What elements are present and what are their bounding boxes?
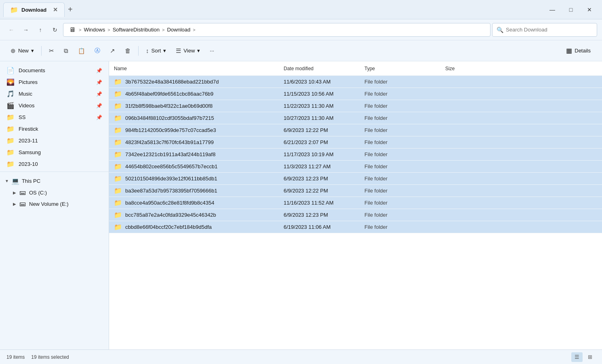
refresh-button[interactable]: ↻: [48, 23, 61, 36]
maximize-button[interactable]: □: [562, 3, 580, 16]
search-input[interactable]: [506, 27, 593, 33]
paste-button[interactable]: 📋: [74, 44, 89, 58]
file-name-cell: 📁 4b65f48abef09fde6561cbc86aac76b9: [109, 90, 279, 98]
grid-view-button[interactable]: ⊞: [584, 352, 596, 362]
file-name: 4b65f48abef09fde6561cbc86aac76b9: [125, 91, 213, 97]
new-volume-arrow: ▶: [13, 202, 16, 206]
minimize-button[interactable]: —: [543, 3, 562, 16]
navigation-bar: ← → ↑ ↻ 🖥 > Windows > SoftwareDistributi…: [0, 19, 602, 40]
videos-icon: 🎬: [6, 102, 15, 109]
os-c-icon: 🖴: [19, 189, 27, 196]
pin-icon-documents: 📌: [96, 68, 102, 73]
window-tab[interactable]: 📁 Download ✕: [3, 2, 65, 17]
os-c-label: OS (C:): [29, 190, 47, 196]
title-bar-left: 📁 Download ✕ +: [3, 2, 76, 17]
cut-button[interactable]: ✂: [45, 44, 58, 58]
copy-button[interactable]: ⧉: [60, 44, 72, 58]
table-row[interactable]: 📁 3b7675322e48a3841688ebad221bbd7d 11/6/…: [109, 76, 602, 88]
tab-close-button[interactable]: ✕: [53, 6, 58, 13]
sidebar-item-pictures[interactable]: 🌄 Pictures 📌: [0, 76, 109, 88]
sidebar-label-firestick: Firestick: [19, 126, 38, 132]
sidebar-item-documents[interactable]: 📄 Documents 📌: [0, 65, 109, 76]
sidebar-item-music[interactable]: 🎵 Music 📌: [0, 88, 109, 100]
sidebar-item-ss[interactable]: 📁 SS 📌: [0, 111, 109, 123]
table-row[interactable]: 📁 cbbd8e66f04bccf20c7ebf184b9d5dfa 6/19/…: [109, 221, 602, 233]
table-row[interactable]: 📁 4b65f48abef09fde6561cbc86aac76b9 11/15…: [109, 88, 602, 100]
pictures-icon: 🌄: [6, 78, 15, 86]
table-row[interactable]: 📁 096b3484f88102cdf3055bdaf97b7215 10/27…: [109, 112, 602, 124]
item-count: 19 items: [6, 354, 25, 360]
new-button[interactable]: ⊕ New ▾: [6, 44, 38, 58]
file-name: ba8cce4a950ac6c28e81f8fd9b8c4354: [125, 200, 214, 206]
file-date-cell: 6/21/2023 2:07 PM: [279, 139, 360, 145]
col-header-type[interactable]: Type: [360, 66, 440, 71]
file-date-cell: 11/3/2023 11:27 AM: [279, 163, 360, 169]
view-button[interactable]: ☰ View ▾: [172, 44, 204, 58]
breadcrumb-softwaredistribution[interactable]: SoftwareDistribution: [113, 27, 160, 33]
breadcrumb-download[interactable]: Download: [167, 27, 190, 33]
sidebar-label-pictures: Pictures: [19, 79, 38, 85]
table-row[interactable]: 📁 984fb12142050c959de757c07ccad5e3 6/9/2…: [109, 124, 602, 136]
rename-button[interactable]: Ⓐ: [91, 44, 104, 58]
close-button[interactable]: ✕: [580, 3, 599, 16]
file-list: 📁 3b7675322e48a3841688ebad221bbd7d 11/6/…: [109, 76, 602, 349]
sidebar-item-2023-11[interactable]: 📁 2023-11: [0, 135, 109, 146]
address-bar[interactable]: 🖥 > Windows > SoftwareDistribution > Dow…: [63, 23, 490, 37]
file-name: ba3ee87a53d7b95738395bf7059666b1: [125, 188, 217, 194]
new-arrow: ▾: [31, 48, 34, 54]
up-button[interactable]: ↑: [34, 23, 47, 36]
breadcrumb-windows[interactable]: Windows: [84, 27, 105, 33]
table-row[interactable]: 📁 502101504896de393e12f0611bb85db1 6/9/2…: [109, 173, 602, 185]
tab-folder-icon: 📁: [10, 6, 18, 14]
file-name-cell: 📁 3b7675322e48a3841688ebad221bbd7d: [109, 78, 279, 86]
file-name: 096b3484f88102cdf3055bdaf97b7215: [125, 115, 214, 121]
file-date-cell: 6/9/2023 12:22 PM: [279, 127, 360, 133]
folder-icon: 📁: [114, 90, 122, 98]
folder-icon: 📁: [114, 223, 122, 231]
sidebar-label-videos: Videos: [19, 103, 35, 109]
main-layout: 📄 Documents 📌 🌄 Pictures 📌 🎵 Music 📌 🎬 V…: [0, 61, 602, 349]
table-row[interactable]: 📁 31f2b8f598baeb4f322c1ae0b69d00f8 11/22…: [109, 100, 602, 112]
file-name: 3b7675322e48a3841688ebad221bbd7d: [125, 79, 219, 85]
sidebar-label-2023-10: 2023-10: [19, 161, 38, 167]
search-box[interactable]: 🔍: [492, 23, 597, 37]
table-row[interactable]: 📁 ba3ee87a53d7b95738395bf7059666b1 6/9/2…: [109, 185, 602, 197]
view-arrow: ▾: [197, 48, 200, 54]
details-button[interactable]: ▦ Details: [561, 44, 596, 57]
col-header-size[interactable]: Size: [440, 66, 489, 71]
col-header-name[interactable]: Name: [109, 66, 279, 71]
sidebar-item-2023-10[interactable]: 📁 2023-10: [0, 158, 109, 170]
this-pc-section: ▼ 💻 This PC ▶ 🖴 OS (C:) ▶ 🖴 New Volume (…: [0, 172, 109, 210]
breadcrumb-sep-0: >: [79, 27, 81, 32]
back-button[interactable]: ←: [5, 23, 18, 36]
sidebar-item-samsung[interactable]: 📁 Samsung: [0, 146, 109, 158]
delete-button[interactable]: 🗑: [121, 44, 135, 58]
file-type-cell: File folder: [360, 188, 440, 194]
file-type-cell: File folder: [360, 103, 440, 109]
new-volume-expand[interactable]: ▶ 🖴 New Volume (E:): [0, 198, 109, 209]
sort-button[interactable]: ↕ Sort ▾: [142, 44, 170, 58]
table-row[interactable]: 📁 ba8cce4a950ac6c28e81f8fd9b8c4354 11/16…: [109, 197, 602, 209]
file-date-cell: 6/19/2023 11:06 AM: [279, 224, 360, 230]
table-row[interactable]: 📁 7342ee12321cb1911a43af244b119af8 11/17…: [109, 149, 602, 161]
os-c-expand[interactable]: ▶ 🖴 OS (C:): [0, 187, 109, 198]
table-row[interactable]: 📁 4823f42a5813c7f670fc643b91a17799 6/21/…: [109, 136, 602, 149]
forward-button[interactable]: →: [19, 23, 32, 36]
sidebar-item-firestick[interactable]: 📁 Firestick: [0, 123, 109, 135]
share-button[interactable]: ↗: [106, 44, 119, 58]
more-button[interactable]: ···: [206, 44, 218, 58]
file-name: bcc785a87e2a4c0fda9329e45c46342b: [125, 212, 216, 218]
file-name: 502101504896de393e12f0611bb85db1: [125, 176, 217, 182]
selected-count: 19 items selected: [31, 354, 69, 360]
new-tab-button[interactable]: +: [65, 5, 76, 14]
pin-icon-pictures: 📌: [96, 79, 102, 85]
list-view-button[interactable]: ☰: [571, 352, 583, 362]
folder-icon: 📁: [114, 199, 122, 207]
this-pc-expand[interactable]: ▼ 💻 This PC: [0, 175, 109, 187]
table-row[interactable]: 📁 bcc785a87e2a4c0fda9329e45c46342b 6/9/2…: [109, 209, 602, 221]
table-row[interactable]: 📁 44654b802cee856b5c5549657b7eccb1 11/3/…: [109, 161, 602, 173]
sidebar-item-videos[interactable]: 🎬 Videos 📌: [0, 100, 109, 111]
col-header-date[interactable]: Date modified: [279, 66, 360, 71]
tab-title: Download: [21, 7, 46, 13]
os-c-arrow: ▶: [13, 190, 16, 195]
